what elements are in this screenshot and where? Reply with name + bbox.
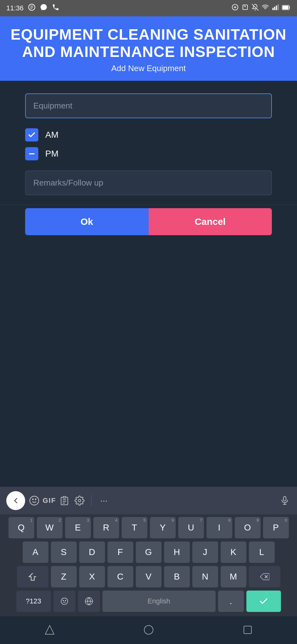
phone-icon <box>52 3 59 13</box>
back-nav-button[interactable] <box>42 622 58 638</box>
svg-point-14 <box>78 499 81 502</box>
key-g[interactable]: G <box>136 541 162 563</box>
svg-point-17 <box>63 600 63 601</box>
action-buttons: Ok Cancel <box>25 208 272 235</box>
recent-nav-button[interactable] <box>240 622 256 638</box>
key-s[interactable]: S <box>51 541 77 563</box>
svg-point-10 <box>30 496 39 505</box>
svg-point-11 <box>32 499 33 500</box>
ok-button[interactable]: Ok <box>25 208 149 235</box>
keyboard-back-button[interactable] <box>6 491 25 510</box>
period-key[interactable]: . <box>218 591 244 612</box>
key-x[interactable]: X <box>79 566 105 587</box>
emoji-face-key[interactable] <box>53 591 75 612</box>
svg-rect-5 <box>276 6 277 10</box>
key-f[interactable]: F <box>107 541 133 563</box>
key-v[interactable]: V <box>136 566 162 587</box>
navigation-bar <box>0 616 297 644</box>
microphone-icon[interactable] <box>279 495 291 507</box>
status-bar: 11:36 <box>0 0 297 16</box>
numeric-toggle-key[interactable]: ?123 <box>16 591 51 612</box>
settings-icon[interactable] <box>74 495 85 507</box>
equipment-input[interactable] <box>25 93 272 118</box>
am-label: AM <box>45 130 58 140</box>
signal-icon <box>272 4 279 13</box>
done-key[interactable] <box>246 591 281 612</box>
key-l[interactable]: L <box>249 541 275 563</box>
status-time: 11:36 <box>6 4 24 12</box>
key-d[interactable]: D <box>79 541 105 563</box>
keyboard: GIF ··· 1Q 2W 3E 4R 5T 6Y 7U 8I 9O 0P <box>0 487 297 644</box>
key-n[interactable]: N <box>192 566 218 587</box>
key-h[interactable]: H <box>164 541 190 563</box>
key-o[interactable]: 9O <box>235 517 261 538</box>
svg-rect-6 <box>278 4 279 10</box>
key-row-3: Z X C V B N M <box>3 566 294 587</box>
svg-rect-15 <box>283 497 286 501</box>
key-j[interactable]: J <box>192 541 218 563</box>
svg-point-12 <box>35 499 36 500</box>
form-divider <box>0 205 297 205</box>
app-subtitle: Add New Equipment <box>6 64 291 73</box>
messenger-icon <box>40 3 47 13</box>
keyboard-toolbar: GIF ··· <box>0 487 297 514</box>
more-options-button[interactable]: ··· <box>97 496 111 506</box>
status-right <box>232 4 291 13</box>
pm-checkbox[interactable] <box>25 147 38 160</box>
key-b[interactable]: B <box>164 566 190 587</box>
key-i[interactable]: 8I <box>206 517 232 538</box>
pm-label: PM <box>45 149 58 159</box>
svg-rect-8 <box>283 6 289 9</box>
svg-rect-4 <box>274 7 275 10</box>
key-c[interactable]: C <box>107 566 133 587</box>
app-title: EQUIPMENT CLEANING SANITATION AND MAINTE… <box>6 26 291 60</box>
key-u[interactable]: 7U <box>178 517 204 538</box>
gif-button[interactable]: GIF <box>43 495 55 507</box>
clipboard-icon[interactable] <box>58 495 70 507</box>
key-q[interactable]: 1Q <box>8 517 34 538</box>
key-y[interactable]: 6Y <box>150 517 176 538</box>
wifi-icon <box>262 4 269 13</box>
svg-rect-3 <box>272 8 274 10</box>
key-t[interactable]: 5T <box>122 517 147 538</box>
keyboard-keys: 1Q 2W 3E 4R 5T 6Y 7U 8I 9O 0P A S D F G … <box>0 514 297 616</box>
home-nav-button[interactable] <box>141 622 157 638</box>
am-checkbox[interactable] <box>25 128 38 142</box>
globe-key[interactable] <box>78 591 100 612</box>
time-period-group: AM PM <box>25 127 272 162</box>
app-header: EQUIPMENT CLEANING SANITATION AND MAINTE… <box>0 16 297 81</box>
svg-point-16 <box>61 598 68 605</box>
key-p[interactable]: 0P <box>263 517 289 538</box>
key-a[interactable]: A <box>23 541 48 563</box>
emoji-icon[interactable] <box>28 495 40 507</box>
toolbar-separator <box>91 495 91 506</box>
remarks-input[interactable] <box>25 170 272 195</box>
key-row-2: A S D F G H J K L <box>3 541 294 563</box>
key-m[interactable]: M <box>221 566 246 587</box>
key-w[interactable]: 2W <box>37 517 63 538</box>
bell-off-icon <box>252 4 259 13</box>
pm-row[interactable]: PM <box>25 147 272 160</box>
am-row[interactable]: AM <box>25 128 272 142</box>
form-area: AM PM <box>0 81 297 205</box>
key-z[interactable]: Z <box>51 566 77 587</box>
battery-icon <box>282 4 291 12</box>
add-circle-icon <box>232 4 239 13</box>
svg-rect-13 <box>63 497 66 498</box>
key-row-4: ?123 English . <box>3 591 294 612</box>
svg-marker-21 <box>45 625 54 634</box>
space-key[interactable]: English <box>102 591 216 612</box>
key-e[interactable]: 3E <box>65 517 91 538</box>
key-row-1: 1Q 2W 3E 4R 5T 6Y 7U 8I 9O 0P <box>3 517 294 538</box>
status-left: 11:36 <box>6 3 59 13</box>
svg-rect-23 <box>244 626 251 634</box>
key-r[interactable]: 4R <box>93 517 119 538</box>
message-circle-icon <box>28 3 36 13</box>
key-k[interactable]: K <box>221 541 246 563</box>
cancel-button[interactable]: Cancel <box>149 208 272 235</box>
backspace-key[interactable] <box>249 566 280 587</box>
svg-point-22 <box>144 625 153 634</box>
shift-key[interactable] <box>17 566 48 587</box>
nfc-icon <box>242 4 249 13</box>
svg-point-18 <box>65 600 66 601</box>
